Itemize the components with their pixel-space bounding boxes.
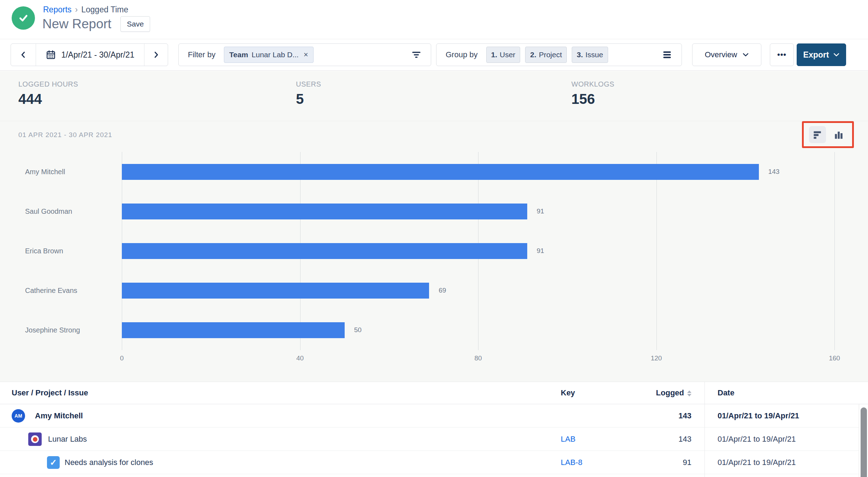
group-chip-project[interactable]: 2. Project <box>525 47 567 63</box>
date-range-control: 1/Apr/21 - 30/Apr/21 <box>11 43 168 66</box>
issue-key-link[interactable]: LAB-8 <box>561 458 582 467</box>
bar-value-label: 143 <box>768 168 780 176</box>
group-chip-label: User <box>500 51 515 59</box>
table-row[interactable]: AMAmy Mitchell14301/Apr/21 to 19/Apr/21 <box>0 404 868 428</box>
bar[interactable] <box>122 204 527 219</box>
date-range-label: 1/Apr/21 - 30/Apr/21 <box>61 50 134 60</box>
next-period-button[interactable] <box>144 44 168 66</box>
group-chip-label: Issue <box>585 51 603 59</box>
team-filter-chip[interactable]: Team Lunar Lab D... × <box>224 47 313 63</box>
page-title: New Report <box>42 17 111 31</box>
title-row: New Report Save <box>42 16 150 32</box>
bar[interactable] <box>122 164 759 180</box>
chart-plot: 14391916950 <box>122 152 834 350</box>
chart-category-label: Catherine Evans <box>0 271 122 310</box>
ellipsis-icon: ••• <box>777 50 786 59</box>
filter-by-label: Filter by <box>188 50 215 59</box>
chart-bar-row: 143 <box>122 152 834 192</box>
table-header: User / Project / Issue Key Logged Date <box>0 382 868 404</box>
x-axis-tick-label: 40 <box>296 354 304 362</box>
bar-value-label: 91 <box>537 247 544 255</box>
gridline <box>834 152 835 350</box>
date-range-picker[interactable]: 1/Apr/21 - 30/Apr/21 <box>36 44 144 66</box>
vertical-bar-chart-toggle[interactable] <box>830 126 847 143</box>
export-button[interactable]: Export <box>797 43 846 66</box>
view-selector-label: Overview <box>705 50 737 59</box>
x-axis-tick-label: 0 <box>120 354 124 362</box>
row-name: Needs analysis for clones <box>65 458 153 467</box>
more-options-button[interactable]: ••• <box>770 43 794 66</box>
row-date-cell: 01/Apr/21 to 19/Apr/21 <box>718 451 796 474</box>
breadcrumb-current: Logged Time <box>81 5 128 14</box>
chart-category-label: Amy Mitchell <box>0 152 122 192</box>
bar[interactable] <box>122 243 527 259</box>
check-icon <box>17 12 29 24</box>
column-chart-icon <box>834 130 843 140</box>
row-date-cell: 01/Apr/21 to 19/Apr/21 <box>718 428 796 451</box>
report-toolbar: 1/Apr/21 - 30/Apr/21 Filter by Team Luna… <box>0 39 868 71</box>
calendar-icon <box>46 49 56 60</box>
chart-category-labels: Amy MitchellSaul GoodmanErica BrownCathe… <box>0 152 122 350</box>
row-logged-cell: 91 <box>593 451 691 474</box>
filter-chip-value: Lunar Lab D... <box>252 51 299 59</box>
row-name: Amy Mitchell <box>35 411 83 420</box>
horizontal-bar-chart-toggle[interactable] <box>809 126 826 143</box>
filter-icon[interactable] <box>411 49 422 60</box>
chevron-down-icon <box>833 53 839 57</box>
x-axis-tick-label: 120 <box>651 354 662 362</box>
row-key-cell: LAB <box>561 428 576 451</box>
filter-chip-type: Team <box>229 51 248 59</box>
bar[interactable] <box>122 283 429 299</box>
group-settings-icon[interactable] <box>662 49 672 60</box>
row-date-cell: 01/Apr/21 to 19/Apr/21 <box>718 404 799 428</box>
column-header-logged[interactable]: Logged <box>593 382 691 404</box>
chevron-down-icon <box>743 53 749 57</box>
breadcrumb: Reports › Logged Time <box>43 5 128 14</box>
bar[interactable] <box>122 322 345 338</box>
stat-label: WORKLOGS <box>571 80 614 88</box>
bar-value-label: 50 <box>354 326 362 334</box>
breadcrumb-separator: › <box>75 5 78 14</box>
logged-header-label: Logged <box>656 388 684 397</box>
horizontal-bars-icon <box>813 130 822 140</box>
bar-value-label: 69 <box>439 287 446 294</box>
group-chip-user[interactable]: 1. User <box>486 47 521 63</box>
save-button[interactable]: Save <box>120 16 150 32</box>
issue-key-link[interactable]: LAB <box>561 435 576 443</box>
chart-category-label: Saul Goodman <box>0 192 122 231</box>
user-avatar: AM <box>12 409 25 423</box>
chevron-left-icon <box>19 50 28 59</box>
sort-icon[interactable] <box>687 390 691 396</box>
row-main-cell: AMAmy Mitchell <box>0 404 83 428</box>
row-main-cell: Lunar Labs <box>0 428 87 451</box>
stat-value: 444 <box>18 91 78 107</box>
worklog-table: User / Project / Issue Key Logged Date A… <box>0 382 868 477</box>
breadcrumb-reports-link[interactable]: Reports <box>43 5 72 14</box>
view-selector-button[interactable]: Overview <box>692 43 761 66</box>
page-header: Reports › Logged Time New Report Save <box>0 0 868 39</box>
group-by-bar: Group by 1. User 2. Project 3. Issue <box>436 43 682 66</box>
export-label: Export <box>803 50 829 60</box>
table-row[interactable]: ✓Needs analysis for clonesLAB-89101/Apr/… <box>0 451 868 474</box>
group-chip-order: 1. <box>491 51 498 59</box>
column-header-date: Date <box>718 382 855 404</box>
bar-value-label: 91 <box>537 207 544 215</box>
previous-period-button[interactable] <box>11 44 36 66</box>
project-avatar-dot <box>33 437 37 442</box>
stat-worklogs: WORKLOGS 156 <box>571 80 614 107</box>
group-chip-issue[interactable]: 3. Issue <box>572 47 608 63</box>
chart-bar-row: 50 <box>122 310 834 350</box>
chart-bar-row: 91 <box>122 231 834 271</box>
section-divider <box>0 121 868 121</box>
date-column-divider <box>704 382 705 477</box>
table-row[interactable]: Lunar LabsLAB14301/Apr/21 to 19/Apr/21 <box>0 428 868 451</box>
chart-category-label: Erica Brown <box>0 231 122 271</box>
stat-users: USERS 5 <box>296 80 321 107</box>
remove-filter-icon[interactable]: × <box>304 50 308 59</box>
table-scrollbar-thumb[interactable] <box>861 407 867 477</box>
column-header-main: User / Project / Issue <box>12 382 88 404</box>
group-chip-order: 2. <box>530 51 536 59</box>
group-by-label: Group by <box>446 50 478 59</box>
stat-label: LOGGED HOURS <box>18 80 78 88</box>
row-key-cell: LAB-8 <box>561 451 582 474</box>
